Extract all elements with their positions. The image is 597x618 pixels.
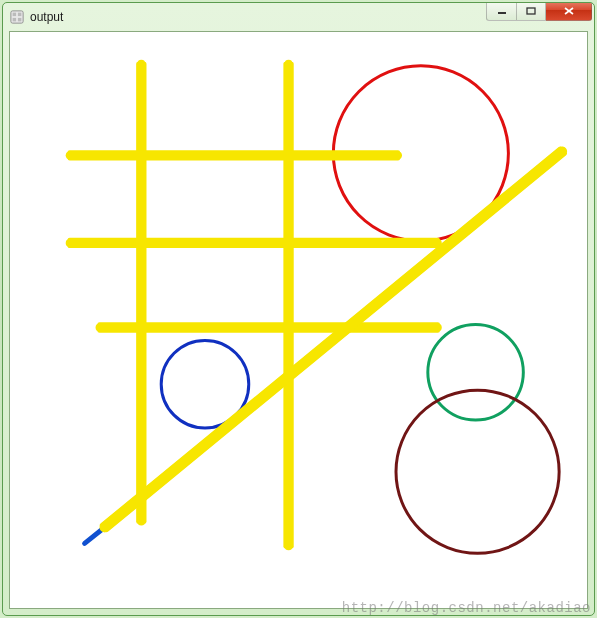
maximize-button[interactable]	[516, 2, 546, 21]
svg-rect-2	[18, 13, 22, 17]
minimize-icon	[497, 7, 507, 15]
green-circle	[428, 324, 524, 420]
minimize-button[interactable]	[486, 2, 516, 21]
close-button[interactable]	[546, 2, 592, 21]
image-canvas	[9, 31, 588, 609]
svg-rect-5	[498, 12, 506, 14]
close-icon	[564, 7, 574, 15]
svg-rect-6	[527, 8, 535, 14]
app-icon	[9, 9, 25, 25]
window-controls	[486, 2, 592, 21]
svg-rect-4	[18, 18, 22, 22]
svg-rect-3	[13, 18, 17, 22]
darkred-circle	[396, 390, 559, 553]
yellow-line-5	[105, 151, 563, 527]
app-window: output	[2, 2, 595, 616]
maximize-icon	[526, 7, 536, 15]
svg-rect-1	[13, 13, 17, 17]
drawing-surface	[10, 32, 587, 608]
titlebar[interactable]: output	[3, 3, 594, 31]
